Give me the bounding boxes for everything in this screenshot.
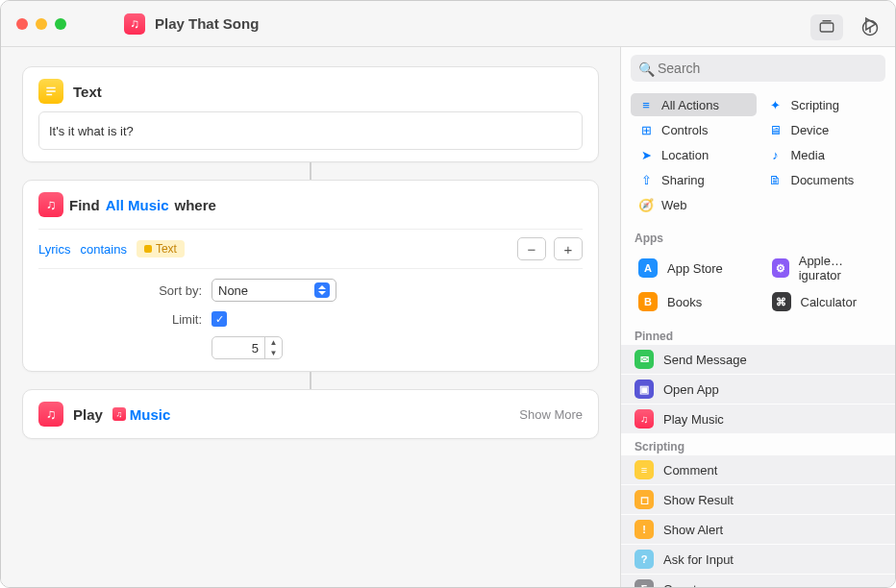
workflow-canvas[interactable]: Text ♫ Find All Music where Lyrics conta… — [1, 47, 620, 587]
filter-variable-token[interactable]: Text — [137, 240, 185, 257]
play-subject-token[interactable]: ♫ Music — [112, 406, 171, 423]
search-icon: 🔍 — [638, 61, 655, 77]
category-scripting[interactable]: ✦Scripting — [760, 93, 886, 116]
text-input[interactable] — [38, 111, 583, 150]
filter-field[interactable]: Lyrics — [38, 242, 70, 257]
pinned-header: Pinned — [621, 324, 895, 345]
action-play-music[interactable]: ♫ Play ♫ Music Show More — [22, 389, 599, 439]
category-label: Controls — [661, 123, 708, 137]
stepper-down-icon[interactable]: ▼ — [265, 348, 282, 358]
search-input[interactable] — [631, 55, 885, 82]
app-apple-igurator[interactable]: ⚙Apple…igurator — [759, 249, 892, 287]
action-label: Show Result — [663, 493, 734, 507]
apps-header: Apps — [621, 226, 895, 247]
category-icon: 🖥 — [768, 122, 784, 137]
category-sharing[interactable]: ⇧Sharing — [631, 168, 757, 191]
pinned-open-app[interactable]: ▣Open App — [621, 375, 895, 404]
scripting-list: ≡Comment◻Show Result!Show Alert?Ask for … — [621, 455, 895, 587]
connector — [310, 372, 311, 389]
action-label: Open App — [663, 382, 719, 397]
action-text[interactable]: Text — [22, 66, 599, 162]
play-verb: Play — [73, 406, 103, 423]
category-icon: ✦ — [768, 97, 784, 112]
scripting-comment[interactable]: ≡Comment — [621, 455, 895, 485]
app-calculator[interactable]: ⌘Calculator — [759, 287, 892, 316]
window-controls — [16, 18, 66, 30]
category-label: All Actions — [661, 98, 719, 112]
category-label: Device — [791, 123, 830, 137]
info-icon[interactable] — [860, 18, 880, 37]
category-label: Documents — [791, 173, 855, 187]
app-books[interactable]: BBooks — [625, 287, 759, 316]
app-app-store[interactable]: AApp Store — [625, 249, 759, 287]
find-where: where — [175, 197, 216, 213]
action-icon: ≡ — [635, 460, 654, 479]
sort-value: None — [218, 283, 248, 298]
find-scope-token[interactable]: All Music — [106, 197, 169, 213]
svg-rect-1 — [820, 23, 834, 32]
category-icon: 🧭 — [638, 197, 654, 212]
action-icon: ✉ — [635, 350, 654, 369]
category-web[interactable]: 🧭Web — [631, 193, 757, 216]
app-label: Calculator — [801, 295, 858, 309]
library-toggle-icon[interactable] — [810, 14, 843, 40]
app-icon: A — [638, 258, 658, 278]
category-icon: ♪ — [768, 147, 784, 162]
action-label: Comment — [663, 463, 717, 478]
show-more-button[interactable]: Show More — [519, 407, 583, 422]
category-icon: ⊞ — [638, 122, 654, 137]
library-sidebar: 🔍 ≡All Actions✦Scripting⊞Controls🖥Device… — [620, 47, 895, 587]
scripting-count[interactable]: ΣCount — [621, 575, 895, 587]
close-button[interactable] — [16, 18, 28, 30]
category-icon: 🗎 — [768, 172, 784, 187]
action-icon: ◻ — [635, 490, 654, 509]
action-icon: ▣ — [635, 380, 654, 399]
add-filter-button[interactable]: + — [554, 237, 583, 260]
text-action-icon — [38, 79, 63, 104]
category-location[interactable]: ➤Location — [631, 143, 757, 166]
category-documents[interactable]: 🗎Documents — [760, 168, 886, 191]
action-icon: ♫ — [635, 409, 654, 429]
action-find-music[interactable]: ♫ Find All Music where Lyrics contains T… — [22, 180, 599, 372]
sort-label: Sort by: — [38, 283, 202, 298]
category-label: Web — [661, 198, 687, 212]
limit-stepper[interactable]: 5 ▲ ▼ — [212, 336, 283, 359]
zoom-button[interactable] — [55, 18, 66, 30]
pinned-play-music[interactable]: ♫Play Music — [621, 404, 895, 434]
text-action-label: Text — [73, 84, 102, 100]
filter-operator[interactable]: contains — [80, 242, 126, 257]
category-media[interactable]: ♪Media — [760, 143, 886, 166]
minimize-button[interactable] — [36, 18, 47, 30]
category-label: Media — [791, 148, 825, 162]
scripting-show-result[interactable]: ◻Show Result — [621, 485, 895, 515]
category-icon: ≡ — [638, 97, 654, 112]
action-label: Play Music — [663, 412, 724, 427]
scripting-ask-for-input[interactable]: ?Ask for Input — [621, 545, 895, 575]
select-chevrons-icon — [314, 282, 330, 298]
music-action-icon: ♫ — [38, 402, 63, 427]
action-icon: ? — [635, 550, 654, 569]
action-label: Show Alert — [663, 523, 723, 537]
category-grid: ≡All Actions✦Scripting⊞Controls🖥Device➤L… — [621, 89, 895, 226]
limit-label: Limit: — [38, 312, 202, 327]
action-label: Ask for Input — [663, 552, 734, 567]
pinned-send-message[interactable]: ✉Send Message — [621, 345, 895, 375]
app-label: Apple…igurator — [799, 254, 878, 282]
sort-select[interactable]: None — [212, 279, 336, 302]
app-icon: ⌘ — [772, 292, 791, 311]
limit-checkbox[interactable]: ✓ — [212, 311, 227, 327]
remove-filter-button[interactable]: − — [517, 237, 546, 260]
category-controls[interactable]: ⊞Controls — [631, 118, 757, 141]
category-icon: ➤ — [638, 147, 654, 162]
category-all-actions[interactable]: ≡All Actions — [631, 93, 757, 116]
apps-grid: AApp Store⚙Apple…iguratorBBooks⌘Calculat… — [621, 247, 895, 324]
action-icon: ! — [635, 520, 654, 539]
category-label: Scripting — [791, 98, 840, 112]
music-token-icon: ♫ — [112, 407, 126, 421]
app-icon: ⚙ — [772, 258, 789, 278]
category-icon: ⇧ — [638, 172, 654, 187]
category-device[interactable]: 🖥Device — [760, 118, 886, 141]
stepper-up-icon[interactable]: ▲ — [265, 337, 282, 348]
category-label: Location — [661, 148, 709, 162]
scripting-show-alert[interactable]: !Show Alert — [621, 515, 895, 545]
